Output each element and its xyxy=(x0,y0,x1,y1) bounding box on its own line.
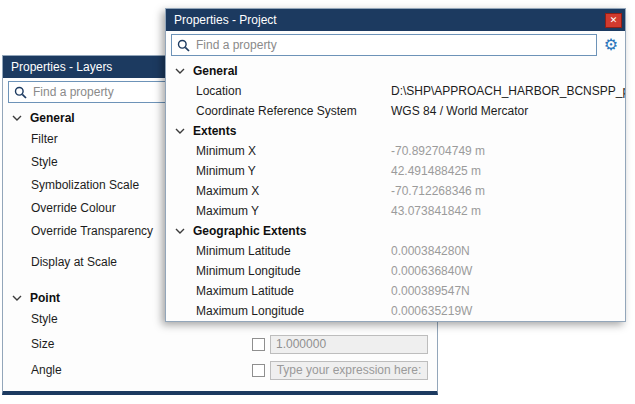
property-name: Location xyxy=(196,84,391,98)
property-row-minimum-x: Minimum X -70.892704749 m xyxy=(166,141,625,161)
chevron-down-icon xyxy=(175,128,185,134)
size-checkbox[interactable] xyxy=(252,338,265,351)
property-name: Minimum Longitude xyxy=(196,264,391,278)
project-titlebar[interactable]: Properties - Project ✕ xyxy=(166,9,625,31)
section-label: General xyxy=(193,64,238,78)
section-label: Geographic Extents xyxy=(193,224,306,238)
property-row-minimum-longitude: Minimum Longitude 0.000636840W xyxy=(166,261,625,281)
property-name: Minimum Latitude xyxy=(196,244,391,258)
property-value[interactable]: WGS 84 / World Mercator xyxy=(391,104,528,118)
property-name: Minimum X xyxy=(196,144,391,158)
project-property-grid: General Location D:\SHP\APPROACH_HARBOR_… xyxy=(166,59,625,321)
angle-row: Angle xyxy=(3,357,437,383)
property-row-maximum-x: Maximum X -70.712268346 m xyxy=(166,181,625,201)
angle-checkbox[interactable] xyxy=(252,364,265,377)
property-name: Maximum Longitude xyxy=(196,304,391,318)
project-panel: Properties - Project ✕ ⚙ General xyxy=(165,8,626,322)
property-name: Minimum Y xyxy=(196,164,391,178)
property-value[interactable]: D:\SHP\APPROACH_HARBOR_BCNSPP_point.shp xyxy=(391,84,625,98)
search-icon xyxy=(177,39,190,52)
angle-input[interactable] xyxy=(270,361,428,380)
property-value: 0.000636840W xyxy=(391,264,472,278)
property-row-location: Location D:\SHP\APPROACH_HARBOR_BCNSPP_p… xyxy=(166,81,625,101)
property-value: 43.073841842 m xyxy=(391,204,481,218)
size-label: Size xyxy=(31,337,252,351)
chevron-down-icon xyxy=(175,68,185,74)
property-row-minimum-latitude: Minimum Latitude 0.000384280N xyxy=(166,241,625,261)
project-searchbar: ⚙ xyxy=(166,31,625,59)
property-name: Coordinate Reference System xyxy=(196,104,391,118)
chevron-down-icon xyxy=(12,115,22,121)
size-row: Size xyxy=(3,331,437,357)
property-value: 0.000384280N xyxy=(391,244,470,258)
section-label: General xyxy=(30,111,75,125)
property-row-maximum-longitude: Maximum Longitude 0.000635219W xyxy=(166,301,625,321)
property-value: -70.712268346 m xyxy=(391,184,485,198)
property-value: 42.491488425 m xyxy=(391,164,481,178)
close-icon: ✕ xyxy=(610,16,618,25)
project-panel-title: Properties - Project xyxy=(174,13,605,27)
search-icon xyxy=(14,86,27,99)
size-input[interactable] xyxy=(270,335,428,354)
property-value: 0.000389547N xyxy=(391,284,470,298)
property-value: -70.892704749 m xyxy=(391,144,485,158)
section-label: Point xyxy=(30,291,60,305)
property-name: Maximum Y xyxy=(196,204,391,218)
project-search-input[interactable] xyxy=(196,38,591,52)
settings-gear-icon[interactable]: ⚙ xyxy=(604,37,618,53)
property-row-maximum-y: Maximum Y 43.073841842 m xyxy=(166,201,625,221)
close-button[interactable]: ✕ xyxy=(605,13,622,28)
project-section-geographic-extents[interactable]: Geographic Extents xyxy=(166,221,625,241)
property-row-maximum-latitude: Maximum Latitude 0.000389547N xyxy=(166,281,625,301)
section-label: Extents xyxy=(193,124,236,138)
property-name: Maximum Latitude xyxy=(196,284,391,298)
desktop: Properties - Layers General Filter Style… xyxy=(0,0,635,404)
project-section-extents[interactable]: Extents xyxy=(166,121,625,141)
property-row-minimum-y: Minimum Y 42.491488425 m xyxy=(166,161,625,181)
chevron-down-icon xyxy=(12,295,22,301)
project-section-general[interactable]: General xyxy=(166,61,625,81)
property-row-crs: Coordinate Reference System WGS 84 / Wor… xyxy=(166,101,625,121)
property-name: Maximum X xyxy=(196,184,391,198)
angle-label: Angle xyxy=(31,363,252,377)
project-searchbox[interactable] xyxy=(171,34,597,56)
property-value: 0.000635219W xyxy=(391,304,472,318)
chevron-down-icon xyxy=(175,228,185,234)
